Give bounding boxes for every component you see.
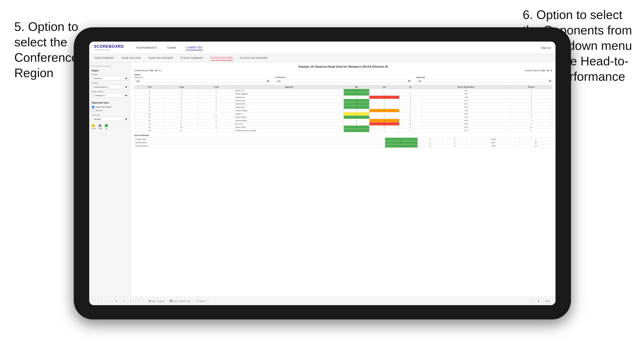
- tablet-screen: SCOREBOARD Powered by clippd TOURNAMENTS…: [89, 41, 556, 305]
- toolbar-share[interactable]: Share: [543, 299, 552, 303]
- th-opponent: Opponent: [234, 85, 344, 89]
- bottom-toolbar: ↩ ↩ ↪ ⊞ ⊡ ↺ ⏱ 🖼 View: Original 💾 Save Cu…: [89, 297, 556, 305]
- colour-dot-down: Down: [92, 124, 96, 129]
- sidebar-gender-select[interactable]: Women's: [92, 76, 128, 80]
- sidebar-radio-group: Opponents Played Top 100: [92, 105, 128, 112]
- th-diff: Diff Av Strokes/Rnd: [421, 85, 510, 89]
- table-row: 3 3 1 Esther Lee 1 1.50 4: [134, 89, 552, 92]
- table-row: 10 6 3 Andrea York 2 0 0 4.00 4: [134, 102, 552, 106]
- nav-tournaments[interactable]: TOURNAMENTS: [136, 45, 157, 50]
- sub-nav-player-h2h-grid[interactable]: PLAYER H2H GRID: [210, 56, 233, 61]
- colour-dot-up: Up: [105, 124, 108, 129]
- sub-nav-team-h2h-heatmap[interactable]: TEAM H2H HEATMAP: [148, 56, 173, 60]
- division-record: Division Record: 331 - 34 - 6: [525, 69, 552, 72]
- table-header-row: # Div # Reg # Conf Opponent Win Loss Tie…: [134, 85, 552, 89]
- sidebar-division-label: Division: [92, 82, 128, 84]
- logo-main: SCOREBOARD: [94, 44, 124, 49]
- sub-nav-team-h2h-grid[interactable]: TEAM H2H GRID: [121, 56, 141, 60]
- sub-nav-player-h2h-heatmap[interactable]: PLAYER H2H HEATMAP: [240, 56, 268, 60]
- filter-region: Region Opponents: (All): [134, 74, 270, 83]
- top-nav: SCOREBOARD Powered by clippd TOURNAMENTS…: [89, 41, 556, 54]
- th-div: # Div: [134, 85, 165, 89]
- toolbar-sep1: [144, 299, 144, 304]
- sub-nav-team-summary[interactable]: TEAM SUMMARY: [94, 56, 114, 60]
- sidebar-division-select[interactable]: NCAA Division III: [92, 85, 128, 89]
- sidebar-colour-by-label: Colour by: [92, 114, 128, 116]
- table-row: 18 2 2 Euna Lee 0 2 0 -5.00 2: [134, 122, 552, 126]
- sidebar: Last Updated: 27/03/2024 Player Gender W…: [89, 62, 131, 297]
- overall-record: Overall Record: 353 - 34 - 6: [134, 69, 160, 72]
- filter-conference-select[interactable]: (All): [275, 79, 411, 83]
- toolbar-table[interactable]: ⊡: [121, 299, 126, 303]
- sign-out[interactable]: Sign out: [541, 46, 551, 49]
- sidebar-update: Last Updated: 27/03/2024: [92, 65, 128, 67]
- page-title: Katelyn Vo Head-to-Head Grid for Women's…: [134, 65, 552, 68]
- sidebar-opponent-view-title: Opponent view: [92, 101, 128, 104]
- toolbar-timer[interactable]: ⏱: [135, 299, 141, 303]
- filter-region-label: Region: [134, 74, 270, 76]
- toolbar-undo[interactable]: ↩: [92, 299, 98, 303]
- dot-level-label: Level: [98, 128, 102, 129]
- logo: SCOREBOARD Powered by clippd: [94, 44, 124, 51]
- toolbar-view-original[interactable]: 🖼 View: Original: [147, 299, 166, 303]
- toolbar-save-custom[interactable]: 💾 Save Custom View: [168, 299, 192, 303]
- toolbar-redo[interactable]: ↪: [107, 299, 112, 303]
- grid-area: Katelyn Vo Head-to-Head Grid for Women's…: [131, 62, 556, 297]
- table-row: 11 2 5 Heejo Hyun 1 0 0 3.33 3: [134, 106, 552, 109]
- dot-up-label: Up: [105, 128, 108, 129]
- dot-up: [105, 124, 108, 127]
- filter-region-select[interactable]: (All): [134, 79, 270, 83]
- toolbar-swap[interactable]: ⇄: [536, 299, 541, 303]
- sidebar-player-rank-select[interactable]: 8. Katelyn Vo: [92, 93, 128, 98]
- toolbar-watch[interactable]: 👁 Watch ▾: [194, 299, 208, 303]
- th-rounds: Rounds: [510, 85, 552, 89]
- filter-opponent-label: Opponent: [416, 76, 552, 78]
- dot-down: [92, 124, 95, 127]
- table-row: 9 1 4 Sharon Mun 1 0 0 3.67 3: [134, 99, 552, 102]
- filter-opponent-select[interactable]: (All): [416, 79, 552, 83]
- filter-opponents-label: Opponents:: [134, 76, 270, 78]
- th-win: Win: [344, 85, 370, 89]
- colour-dot-level: Level: [98, 124, 102, 129]
- colour-dots: Down Level Up: [92, 124, 128, 129]
- table-row: 6 3 3 Sydney Kuo 0 1 0 -1.00 3: [134, 96, 552, 99]
- toolbar-refresh[interactable]: ↺: [128, 299, 134, 303]
- toolbar-grid[interactable]: ⊞: [114, 299, 119, 303]
- dot-level: [98, 124, 102, 127]
- sidebar-colour-by-select[interactable]: Win/loss: [92, 117, 128, 121]
- th-tie: Tie: [399, 85, 421, 89]
- sub-nav-player-summary[interactable]: PLAYER SUMMARY: [180, 56, 204, 60]
- logo-sub: Powered by clippd: [94, 49, 124, 51]
- main-table: # Div # Reg # Conf Opponent Win Loss Tie…: [134, 85, 552, 132]
- sidebar-radio-opponents-played[interactable]: Opponents Played: [92, 105, 128, 109]
- sidebar-player-rank-label: Player (Rank): [92, 90, 128, 93]
- th-conf: # Conf: [198, 85, 234, 89]
- out-of-div-row: Foreign Team 1 0 0 4.500 2: [134, 138, 552, 141]
- filter-opponent: Opponent (All): [416, 76, 552, 83]
- table-row: 13 1 1 Jessica Huang 1 1 0 -3.00 2: [134, 109, 552, 112]
- out-of-division-table: Foreign Team 1 0 0 4.500 2 NAIA Division…: [134, 138, 552, 148]
- table-row: 20 11 7 Federica Domecq Lacroze 2 1 0 1.…: [134, 129, 552, 132]
- nav-committee[interactable]: COMMITTEE: [186, 45, 203, 50]
- toolbar-undo2[interactable]: ↩: [100, 299, 105, 303]
- filter-conference-label: Conference: [275, 76, 411, 78]
- sub-nav: TEAM SUMMARY TEAM H2H GRID TEAM H2H HEAT…: [89, 54, 556, 62]
- sidebar-radio-top100[interactable]: Top 100: [92, 109, 128, 112]
- toolbar-hex[interactable]: ⬡: [529, 299, 534, 303]
- dot-down-label: Down: [92, 128, 96, 129]
- nav-teams[interactable]: TEAMS: [167, 45, 176, 50]
- out-of-div-row: NAIA Division 1 15 0 0 9.267 30: [134, 141, 552, 144]
- record-row: Overall Record: 353 - 34 - 6 Division Re…: [134, 69, 552, 72]
- th-loss: Loss: [369, 85, 399, 89]
- table-row: 5 2 2 Alexis Sudjianto 1 0 0 4.00 3: [134, 92, 552, 96]
- table-row: 14 7 4 Eunice Yi 2 2 0 0.38 9: [134, 112, 552, 116]
- th-reg: # Reg: [165, 85, 198, 89]
- filter-conference: Conference (All): [275, 76, 411, 83]
- sidebar-player-title: Player: [92, 69, 128, 72]
- table-row: 15 8 5 Stella Cheng 1 0 0 1.25 4: [134, 116, 552, 119]
- out-of-division-label: Out of division: [134, 134, 552, 137]
- out-of-div-row: NCAA Division 2 5 0 0 7.400 10: [134, 144, 552, 148]
- filters-row: Region Opponents: (All) Conference (All): [134, 74, 552, 83]
- table-row: 19 10 6 Emily Chang 4 0 0 0.30 11: [134, 126, 552, 129]
- table-row: 16 2 3 Jessica Mason 1 2 0 -0.94 7: [134, 119, 552, 122]
